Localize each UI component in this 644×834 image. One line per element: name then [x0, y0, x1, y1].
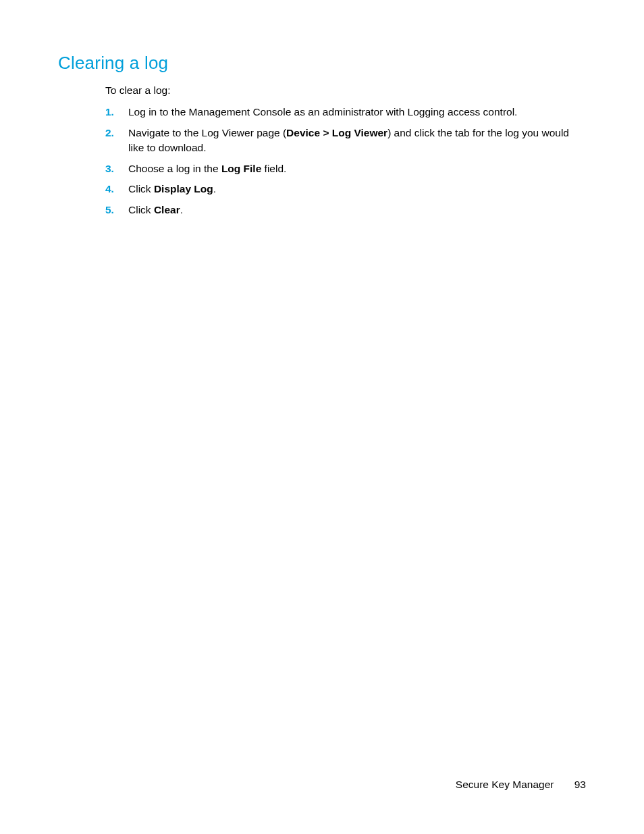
step-item: 1.Log in to the Management Console as an…	[105, 105, 586, 120]
step-text: Click	[128, 183, 154, 194]
step-number: 5.	[105, 203, 123, 217]
step-number: 2.	[105, 126, 123, 140]
step-number: 4.	[105, 182, 123, 197]
step-number: 3.	[105, 161, 123, 176]
step-text-bold: Log File	[221, 163, 261, 174]
step-text-bold: Clear	[154, 204, 180, 215]
step-text: .	[213, 183, 216, 194]
step-text: Click	[128, 204, 154, 215]
step-item: 4.Click Display Log.	[105, 182, 586, 197]
footer-page-number: 93	[574, 779, 586, 790]
step-text: Log in to the Management Console as an a…	[128, 106, 517, 118]
section-heading: Clearing a log	[58, 53, 586, 74]
step-item: 2.Navigate to the Log Viewer page (Devic…	[105, 126, 586, 156]
step-text: field.	[261, 163, 286, 174]
step-item: 3.Choose a log in the Log File field.	[105, 161, 586, 176]
step-text: Choose a log in the	[128, 163, 221, 174]
step-item: 5.Click Clear.	[105, 203, 586, 217]
step-text: .	[180, 204, 183, 215]
step-text: Navigate to the Log Viewer page (	[128, 127, 286, 138]
page-footer: Secure Key Manager 93	[456, 779, 586, 791]
step-text-bold: Display Log	[154, 183, 213, 194]
step-text-bold: Device > Log Viewer	[286, 127, 387, 138]
step-number: 1.	[105, 105, 123, 120]
intro-text: To clear a log:	[105, 83, 586, 98]
step-list: 1.Log in to the Management Console as an…	[105, 105, 586, 217]
document-page: Clearing a log To clear a log: 1.Log in …	[0, 0, 644, 834]
footer-title: Secure Key Manager	[456, 779, 554, 790]
